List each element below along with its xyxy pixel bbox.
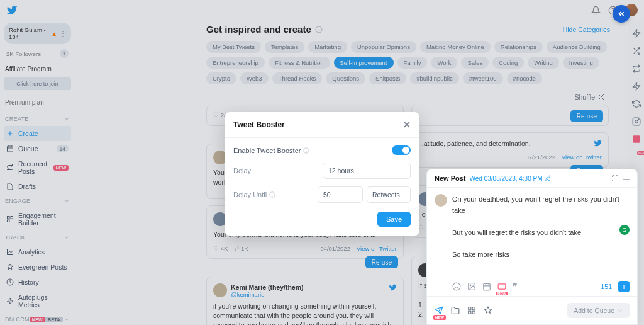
svg-rect-22 xyxy=(472,311,475,314)
svg-rect-19 xyxy=(469,307,471,310)
save-button[interactable]: Save xyxy=(377,212,411,227)
calendar-icon[interactable] xyxy=(482,282,491,291)
grid-icon[interactable] xyxy=(467,306,476,315)
svg-rect-20 xyxy=(472,307,475,310)
svg-rect-18 xyxy=(498,284,506,289)
delay-label: Delay xyxy=(233,167,323,174)
gif-icon[interactable]: NEW xyxy=(497,282,506,291)
delay-until-label: Delay Until xyxy=(233,191,267,198)
add-to-queue-button[interactable]: Add to Queue xyxy=(567,303,630,318)
composer-title: New Post xyxy=(435,174,466,182)
grammarly-badge[interactable]: G xyxy=(619,225,630,235)
modal-title: Tweet Booster xyxy=(233,120,285,129)
delay-until-input[interactable]: 50 xyxy=(318,186,363,203)
char-count: 151 xyxy=(601,283,612,290)
svg-point-14 xyxy=(453,283,460,290)
composer-avatar xyxy=(435,194,447,207)
collapse-button[interactable] xyxy=(613,5,630,23)
image-icon[interactable] xyxy=(467,282,476,291)
folder-icon[interactable] xyxy=(451,306,460,315)
scheduled-time[interactable]: Wed 03/08/2023, 4:30 PM xyxy=(470,175,551,182)
metric-select[interactable]: Retweets xyxy=(367,186,411,203)
emoji-icon[interactable] xyxy=(452,282,461,291)
tweet-booster-modal: Tweet Booster ✕ Enable Tweet Booster Del… xyxy=(225,112,419,236)
composer-panel: New Post Wed 03/08/2023, 4:30 PM — On yo… xyxy=(426,169,638,325)
composer-text[interactable]: On your deathbed, you won't regret the r… xyxy=(452,194,630,275)
svg-rect-17 xyxy=(484,283,491,290)
info-icon[interactable] xyxy=(269,191,275,198)
enable-toggle[interactable] xyxy=(392,145,411,155)
expand-icon[interactable] xyxy=(611,174,619,182)
add-tweet-button[interactable]: + xyxy=(618,281,630,292)
info-icon[interactable] xyxy=(303,147,309,154)
enable-label: Enable Tweet Booster xyxy=(233,147,301,154)
star-icon[interactable] xyxy=(484,306,492,315)
svg-rect-21 xyxy=(469,311,471,314)
send-icon[interactable]: NEW xyxy=(435,306,443,315)
close-icon[interactable]: ✕ xyxy=(403,120,411,130)
minimize-icon[interactable]: — xyxy=(623,174,630,182)
delay-input[interactable]: 12 hours xyxy=(323,162,411,179)
quote-icon[interactable]: ❞ xyxy=(513,282,518,292)
svg-point-16 xyxy=(470,285,471,286)
